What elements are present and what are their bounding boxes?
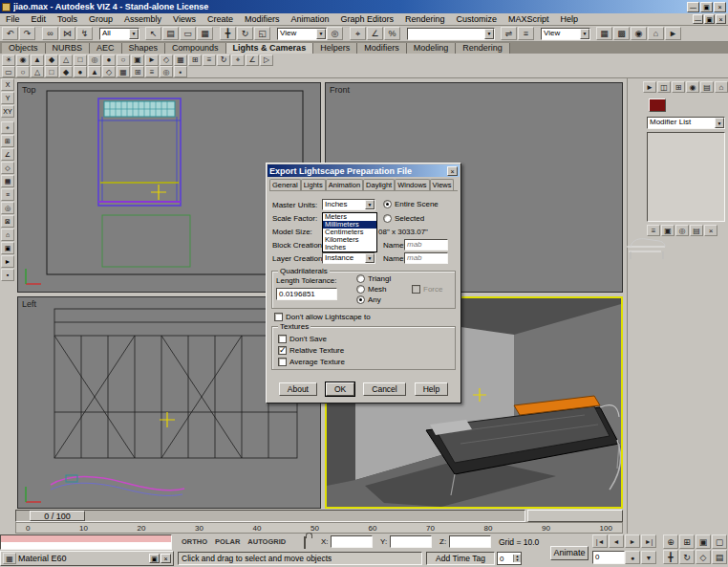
dialog-tab-general[interactable]: General bbox=[269, 179, 301, 190]
option-centimeters[interactable]: Centimeters bbox=[323, 229, 376, 236]
current-frame-field[interactable]: 0 bbox=[592, 551, 625, 564]
material-restore-button[interactable]: ▣ bbox=[149, 554, 160, 563]
snap-tool-icon[interactable]: ⌖ bbox=[1, 121, 14, 134]
y-coord-field[interactable] bbox=[390, 535, 432, 548]
box-tool-icon[interactable]: ▭ bbox=[2, 66, 15, 77]
angle-tool-icon[interactable]: ∠ bbox=[1, 148, 14, 161]
free-direct-icon[interactable]: △ bbox=[59, 55, 73, 66]
tab-modifiers[interactable]: Modifiers bbox=[357, 43, 407, 54]
option-meters[interactable]: Meters bbox=[323, 213, 376, 221]
menu-tools[interactable]: Tools bbox=[52, 13, 83, 26]
listener-macro-row[interactable] bbox=[1, 535, 171, 542]
material-editor-window[interactable]: ▦ Material E60 ▣× bbox=[0, 551, 174, 566]
hierarchy-panel-tab[interactable]: ⊞ bbox=[672, 81, 685, 93]
close-button[interactable]: × bbox=[714, 2, 726, 12]
cylinder-tool-icon[interactable]: ● bbox=[74, 66, 87, 77]
tab-nurbs[interactable]: NURBS bbox=[46, 43, 91, 54]
field-of-view-icon[interactable]: ◇ bbox=[696, 550, 711, 564]
tab-aec[interactable]: AEC bbox=[90, 43, 122, 54]
block-name-field[interactable]: mab bbox=[404, 239, 448, 251]
master-units-dropdown[interactable]: Inches ▼ bbox=[322, 199, 375, 210]
protractor-helper-icon[interactable]: ∠ bbox=[246, 55, 259, 66]
time-spinner-button[interactable]: ▼ bbox=[641, 551, 656, 564]
menu-group[interactable]: Group bbox=[83, 13, 118, 26]
torus-tool-icon[interactable]: ◆ bbox=[59, 66, 73, 77]
dialog-tab-lights[interactable]: Lights bbox=[301, 179, 326, 190]
curve-editor-icon[interactable]: ▦ bbox=[596, 27, 612, 40]
target-spot-icon[interactable]: ◉ bbox=[16, 55, 30, 66]
grid-tool-icon[interactable]: ⊞ bbox=[1, 135, 14, 147]
length-tolerance-field[interactable]: 0.0196851 bbox=[276, 288, 337, 300]
mesh-radio[interactable]: Mesh bbox=[356, 284, 391, 294]
dont-allow-lightscape-checkbox[interactable]: Don't allow Lightscape to bbox=[274, 312, 371, 321]
listener-script-row[interactable] bbox=[1, 542, 171, 549]
shape-tool-icon[interactable]: ◇ bbox=[1, 162, 14, 174]
restrict-x-button[interactable]: X bbox=[1, 78, 14, 91]
dialog-tab-views[interactable]: Views bbox=[430, 179, 455, 190]
select-and-link-icon[interactable]: ∞ bbox=[42, 27, 58, 40]
use-pivot-point-icon[interactable]: ◎ bbox=[327, 27, 343, 40]
play-button[interactable]: ► bbox=[625, 534, 640, 548]
menu-maxscript[interactable]: MAXScript bbox=[503, 13, 555, 26]
add-time-tag[interactable]: Add Time Tag bbox=[426, 552, 495, 565]
sphere-tool-icon[interactable]: ○ bbox=[16, 66, 30, 77]
entire-scene-radio[interactable]: Entire Scene bbox=[383, 199, 439, 208]
arc-rotate-icon[interactable]: ↻ bbox=[679, 550, 695, 564]
compass-helper-icon[interactable]: ↻ bbox=[217, 55, 230, 66]
dialog-titlebar[interactable]: Export Lightscape Preparation File × bbox=[268, 164, 460, 177]
previous-frame-button[interactable]: ◄ bbox=[609, 534, 624, 548]
layers-icon[interactable]: ▣ bbox=[1, 242, 14, 254]
help-button[interactable]: Help bbox=[415, 382, 448, 396]
align-tool-icon[interactable]: ≡ bbox=[1, 188, 14, 201]
tape-helper-icon[interactable]: ≡ bbox=[203, 55, 216, 66]
skylight-icon[interactable]: □ bbox=[74, 55, 87, 66]
pan-icon[interactable]: ╋ bbox=[663, 550, 678, 564]
render-scene-icon[interactable]: ⌂ bbox=[648, 27, 664, 40]
circle-tool-icon[interactable]: ◎ bbox=[160, 66, 173, 77]
layer-creation-dropdown[interactable]: Instance ▼ bbox=[322, 252, 375, 264]
patch-tool-icon[interactable]: ⊞ bbox=[131, 66, 144, 77]
utilities-panel-tab[interactable]: ⌂ bbox=[715, 81, 728, 93]
quick-render-icon[interactable]: ► bbox=[665, 27, 681, 40]
child-restore-button[interactable]: ▣ bbox=[704, 14, 715, 24]
option-millimeters[interactable]: Millimeters bbox=[323, 221, 376, 229]
misc-tool-icon[interactable]: ▪ bbox=[1, 269, 14, 281]
menu-modifiers[interactable]: Modifiers bbox=[239, 13, 286, 26]
free-camera-icon[interactable]: ► bbox=[145, 55, 159, 66]
tab-lights-cameras[interactable]: Lights & Cameras bbox=[226, 43, 314, 54]
option-inches[interactable]: Inches bbox=[323, 244, 376, 251]
target-camera-icon[interactable]: ▣ bbox=[131, 55, 144, 66]
time-tag-spinner[interactable]: 0 ▲▼ bbox=[497, 552, 522, 565]
average-texture-checkbox[interactable]: Average Texture bbox=[278, 356, 345, 367]
modifier-stack[interactable] bbox=[647, 132, 725, 222]
modify-panel-tab[interactable]: ◫ bbox=[657, 81, 671, 93]
dialog-tab-animation[interactable]: Animation bbox=[326, 179, 363, 190]
restrict-y-button[interactable]: Y bbox=[1, 92, 14, 104]
ok-button[interactable]: OK bbox=[326, 382, 354, 396]
restrict-xy-button[interactable]: XY bbox=[1, 105, 14, 118]
configure-modifier-sets-icon[interactable]: × bbox=[704, 225, 717, 236]
menu-assembly[interactable]: Assembly bbox=[118, 13, 167, 26]
menu-file[interactable]: File bbox=[0, 13, 26, 26]
go-to-start-button[interactable]: |◄ bbox=[592, 534, 608, 548]
menu-views[interactable]: Views bbox=[167, 13, 202, 26]
bind-to-space-warp-icon[interactable]: ↯ bbox=[76, 27, 93, 40]
rectangular-selection-region-icon[interactable]: ▭ bbox=[180, 27, 196, 40]
selected-radio[interactable]: Selected bbox=[383, 213, 424, 223]
option-kilometers[interactable]: Kilometers bbox=[323, 236, 376, 244]
remove-modifier-icon[interactable]: ▤ bbox=[690, 225, 703, 236]
selection-filter-dropdown[interactable]: All▼ bbox=[99, 28, 139, 40]
dialog-close-button[interactable]: × bbox=[447, 166, 458, 176]
selection-lock-icon[interactable] bbox=[304, 536, 306, 549]
triangle-radio[interactable]: Triangl bbox=[356, 273, 391, 284]
percent-snap-icon[interactable]: % bbox=[384, 27, 400, 40]
track-bar[interactable]: 0102030405060708090100 bbox=[15, 522, 623, 534]
preview-icon[interactable]: ▷ bbox=[260, 55, 273, 66]
window-crossing-icon[interactable]: ▦ bbox=[197, 27, 213, 40]
key-mode-button[interactable]: ● bbox=[625, 551, 640, 564]
free-spot-icon[interactable]: ▲ bbox=[31, 55, 44, 66]
dialog-tab-windows[interactable]: Windows bbox=[395, 179, 429, 190]
material-editor-icon[interactable]: ◉ bbox=[631, 27, 647, 40]
dont-save-checkbox[interactable]: Don't Save bbox=[278, 333, 345, 344]
region-zoom-icon[interactable]: ▢ bbox=[712, 534, 727, 549]
